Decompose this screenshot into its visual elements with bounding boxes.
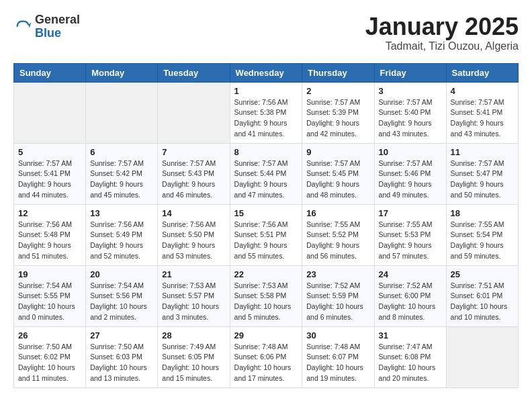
calendar-cell: 9Sunrise: 7:57 AMSunset: 5:45 PMDaylight…	[302, 143, 374, 204]
day-number: 28	[162, 330, 225, 340]
calendar-week-row: 26Sunrise: 7:50 AMSunset: 6:02 PMDayligh…	[14, 326, 519, 387]
day-number: 16	[306, 208, 369, 218]
calendar-cell: 20Sunrise: 7:54 AMSunset: 5:56 PMDayligh…	[86, 265, 158, 326]
calendar-cell: 16Sunrise: 7:55 AMSunset: 5:52 PMDayligh…	[302, 204, 374, 265]
day-number: 30	[306, 330, 369, 340]
day-info: Sunrise: 7:50 AMSunset: 6:03 PMDaylight:…	[90, 342, 153, 384]
day-info: Sunrise: 7:52 AMSunset: 5:59 PMDaylight:…	[306, 281, 369, 323]
calendar-cell: 25Sunrise: 7:51 AMSunset: 6:01 PMDayligh…	[446, 265, 518, 326]
calendar-cell: 18Sunrise: 7:55 AMSunset: 5:54 PMDayligh…	[446, 204, 518, 265]
day-number: 1	[234, 86, 298, 96]
day-number: 26	[18, 330, 81, 340]
day-info: Sunrise: 7:55 AMSunset: 5:52 PMDaylight:…	[306, 220, 369, 262]
day-number: 13	[90, 208, 153, 218]
calendar-cell: 13Sunrise: 7:56 AMSunset: 5:49 PMDayligh…	[86, 204, 158, 265]
day-number: 15	[234, 208, 298, 218]
day-number: 14	[162, 208, 225, 218]
day-number: 18	[451, 208, 514, 218]
logo-icon	[13, 17, 32, 36]
day-number: 31	[379, 330, 442, 340]
calendar-cell: 6Sunrise: 7:57 AMSunset: 5:42 PMDaylight…	[86, 143, 158, 204]
weekday-header-wednesday: Wednesday	[230, 63, 302, 82]
weekday-header-monday: Monday	[86, 63, 158, 82]
day-info: Sunrise: 7:49 AMSunset: 6:05 PMDaylight:…	[162, 342, 225, 384]
calendar-cell: 15Sunrise: 7:56 AMSunset: 5:51 PMDayligh…	[230, 204, 302, 265]
day-info: Sunrise: 7:52 AMSunset: 6:00 PMDaylight:…	[379, 281, 442, 323]
calendar-cell: 10Sunrise: 7:57 AMSunset: 5:46 PMDayligh…	[374, 143, 446, 204]
day-info: Sunrise: 7:56 AMSunset: 5:50 PMDaylight:…	[162, 220, 225, 262]
day-number: 20	[90, 269, 153, 279]
day-number: 8	[234, 147, 298, 157]
calendar-cell: 23Sunrise: 7:52 AMSunset: 5:59 PMDayligh…	[302, 265, 374, 326]
calendar-cell: 1Sunrise: 7:56 AMSunset: 5:38 PMDaylight…	[230, 82, 302, 143]
logo-blue-text: Blue	[35, 27, 80, 40]
day-number: 7	[162, 147, 225, 157]
day-info: Sunrise: 7:53 AMSunset: 5:58 PMDaylight:…	[234, 281, 298, 323]
calendar-cell: 7Sunrise: 7:57 AMSunset: 5:43 PMDaylight…	[158, 143, 230, 204]
day-number: 25	[451, 269, 514, 279]
day-info: Sunrise: 7:53 AMSunset: 5:57 PMDaylight:…	[162, 281, 225, 323]
day-info: Sunrise: 7:54 AMSunset: 5:56 PMDaylight:…	[90, 281, 153, 323]
calendar-cell	[446, 326, 518, 387]
logo-general-text: General	[35, 13, 80, 27]
day-info: Sunrise: 7:48 AMSunset: 6:07 PMDaylight:…	[306, 342, 369, 384]
weekday-header-thursday: Thursday	[302, 63, 374, 82]
calendar-cell	[86, 82, 158, 143]
logo: General Blue	[13, 13, 80, 40]
weekday-header-row: SundayMondayTuesdayWednesdayThursdayFrid…	[14, 63, 519, 82]
calendar-cell: 26Sunrise: 7:50 AMSunset: 6:02 PMDayligh…	[14, 326, 86, 387]
calendar-cell	[158, 82, 230, 143]
calendar-cell: 27Sunrise: 7:50 AMSunset: 6:03 PMDayligh…	[86, 326, 158, 387]
page-header: General Blue January 2025 Tadmait, Tizi …	[13, 13, 519, 52]
calendar-cell: 28Sunrise: 7:49 AMSunset: 6:05 PMDayligh…	[158, 326, 230, 387]
calendar-cell: 17Sunrise: 7:55 AMSunset: 5:53 PMDayligh…	[374, 204, 446, 265]
day-number: 29	[234, 330, 298, 340]
day-info: Sunrise: 7:47 AMSunset: 6:08 PMDaylight:…	[379, 342, 442, 384]
day-info: Sunrise: 7:57 AMSunset: 5:47 PMDaylight:…	[451, 158, 514, 201]
calendar-cell: 11Sunrise: 7:57 AMSunset: 5:47 PMDayligh…	[446, 143, 518, 204]
day-number: 24	[379, 269, 442, 279]
calendar-cell	[14, 82, 86, 143]
calendar-cell: 2Sunrise: 7:57 AMSunset: 5:39 PMDaylight…	[302, 82, 374, 143]
day-info: Sunrise: 7:57 AMSunset: 5:44 PMDaylight:…	[234, 158, 298, 201]
day-info: Sunrise: 7:57 AMSunset: 5:42 PMDaylight:…	[90, 158, 153, 201]
day-info: Sunrise: 7:57 AMSunset: 5:41 PMDaylight:…	[18, 158, 81, 201]
calendar-cell: 8Sunrise: 7:57 AMSunset: 5:44 PMDaylight…	[230, 143, 302, 204]
calendar-cell: 22Sunrise: 7:53 AMSunset: 5:58 PMDayligh…	[230, 265, 302, 326]
calendar-cell: 31Sunrise: 7:47 AMSunset: 6:08 PMDayligh…	[374, 326, 446, 387]
day-info: Sunrise: 7:57 AMSunset: 5:40 PMDaylight:…	[379, 97, 442, 140]
location-subtitle: Tadmait, Tizi Ouzou, Algeria	[365, 40, 519, 52]
day-number: 4	[451, 86, 514, 96]
day-info: Sunrise: 7:51 AMSunset: 6:01 PMDaylight:…	[451, 281, 514, 323]
day-number: 19	[18, 269, 81, 279]
calendar-week-row: 12Sunrise: 7:56 AMSunset: 5:48 PMDayligh…	[14, 204, 519, 265]
day-info: Sunrise: 7:50 AMSunset: 6:02 PMDaylight:…	[18, 342, 81, 384]
calendar-cell: 14Sunrise: 7:56 AMSunset: 5:50 PMDayligh…	[158, 204, 230, 265]
day-info: Sunrise: 7:57 AMSunset: 5:45 PMDaylight:…	[306, 158, 369, 201]
month-title: January 2025	[365, 13, 519, 40]
day-number: 3	[379, 86, 442, 96]
day-info: Sunrise: 7:55 AMSunset: 5:54 PMDaylight:…	[451, 220, 514, 262]
calendar-cell: 24Sunrise: 7:52 AMSunset: 6:00 PMDayligh…	[374, 265, 446, 326]
day-info: Sunrise: 7:57 AMSunset: 5:39 PMDaylight:…	[306, 97, 369, 140]
calendar-cell: 4Sunrise: 7:57 AMSunset: 5:41 PMDaylight…	[446, 82, 518, 143]
calendar-table: SundayMondayTuesdayWednesdayThursdayFrid…	[13, 63, 519, 388]
day-number: 17	[379, 208, 442, 218]
calendar-cell: 29Sunrise: 7:48 AMSunset: 6:06 PMDayligh…	[230, 326, 302, 387]
calendar-cell: 5Sunrise: 7:57 AMSunset: 5:41 PMDaylight…	[14, 143, 86, 204]
calendar-week-row: 5Sunrise: 7:57 AMSunset: 5:41 PMDaylight…	[14, 143, 519, 204]
day-number: 9	[306, 147, 369, 157]
calendar-cell: 3Sunrise: 7:57 AMSunset: 5:40 PMDaylight…	[374, 82, 446, 143]
day-number: 5	[18, 147, 81, 157]
day-number: 23	[306, 269, 369, 279]
day-info: Sunrise: 7:56 AMSunset: 5:49 PMDaylight:…	[90, 220, 153, 262]
day-info: Sunrise: 7:56 AMSunset: 5:38 PMDaylight:…	[234, 97, 298, 140]
title-block: January 2025 Tadmait, Tizi Ouzou, Algeri…	[365, 13, 519, 52]
day-number: 12	[18, 208, 81, 218]
day-number: 6	[90, 147, 153, 157]
calendar-week-row: 1Sunrise: 7:56 AMSunset: 5:38 PMDaylight…	[14, 82, 519, 143]
day-info: Sunrise: 7:57 AMSunset: 5:41 PMDaylight:…	[451, 97, 514, 140]
calendar-cell: 19Sunrise: 7:54 AMSunset: 5:55 PMDayligh…	[14, 265, 86, 326]
day-number: 2	[306, 86, 369, 96]
calendar-cell: 12Sunrise: 7:56 AMSunset: 5:48 PMDayligh…	[14, 204, 86, 265]
